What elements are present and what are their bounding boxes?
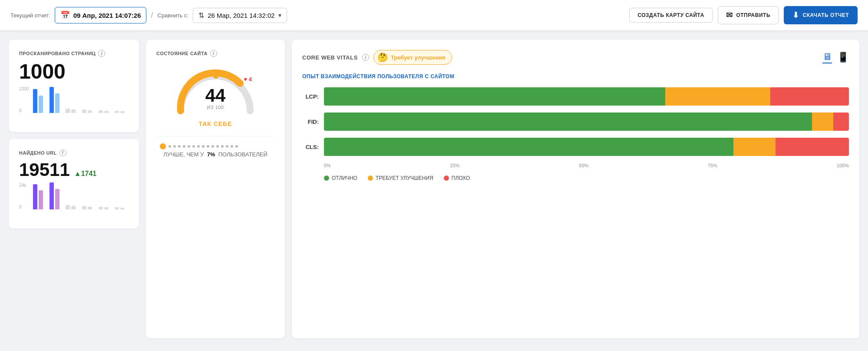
track-dot-14 (231, 145, 233, 148)
gauge-label: ТАК СЕБЕ (198, 120, 232, 127)
pages-y-labels: 1200 0 (19, 87, 29, 113)
site-health-title-row: СОСТОЯНИЕ САЙТА i (156, 50, 274, 57)
track-dot-15 (235, 145, 238, 148)
cls-bar-track (324, 138, 849, 156)
topbar: Текущий отчет: 📅 09 Апр, 2021 14:07:26 /… (0, 0, 868, 31)
bar-blue-2b (55, 93, 59, 113)
fid-bar-red (833, 113, 849, 131)
download-icon: ⬇ (792, 10, 799, 20)
desktop-icon[interactable]: 🖥 (822, 51, 832, 63)
send-label: ОТПРАВИТЬ (736, 12, 770, 18)
email-icon: ✉ (726, 10, 733, 20)
fid-label: FID: (302, 119, 319, 125)
chevron-down-icon: ▾ (278, 12, 281, 19)
urls-chart-bars: 24k 0 (19, 183, 129, 218)
bar-purple-2a (50, 182, 54, 209)
lcp-label: LCP: (302, 93, 319, 100)
bar-blue-1a (33, 89, 37, 113)
bar-gray-5a (99, 110, 103, 113)
download-button[interactable]: ⬇ СКАЧАТЬ ОТЧЕТ (784, 6, 858, 24)
percentile-value: 7% (207, 151, 215, 158)
pages-y-min: 0 (19, 109, 29, 113)
url-number-row: 19511 ▲1741 (19, 160, 129, 180)
site-health-card: СОСТОЯНИЕ САЙТА i 44 (146, 40, 285, 338)
percentile-track-row (156, 143, 274, 149)
legend-excellent-label: ОТЛИЧНО (332, 175, 357, 181)
url-bar-group-2 (50, 182, 63, 209)
fid-bar-track (324, 113, 849, 131)
site-health-info-icon[interactable]: i (210, 50, 217, 57)
gauge-error-value: ♥ 4 (244, 76, 252, 83)
topbar-right: СОЗДАТЬ КАРТУ САЙТА ✉ ОТПРАВИТЬ ⬇ СКАЧАТ… (629, 6, 858, 24)
cwv-badge-text: Требует улучшения (391, 54, 446, 61)
track-dot-8 (202, 145, 205, 148)
percentile-post: ПОЛЬЗОВАТЕЛЕЙ (218, 151, 267, 158)
cls-label: CLS: (302, 144, 319, 150)
url-bar-group-3 (66, 205, 79, 209)
cwv-info-icon[interactable]: i (362, 54, 369, 61)
track-dot-9 (207, 145, 209, 148)
track-dot-13 (226, 145, 228, 148)
urls-found-card: НАЙДЕНО URL i 19511 ▲1741 24k 0 (9, 139, 139, 228)
urls-y-labels: 24k 0 (19, 183, 26, 209)
urls-found-delta: ▲1741 (74, 170, 96, 178)
pages-y-max: 1200 (19, 87, 29, 91)
pages-scanned-chart: 1200 0 (19, 87, 129, 122)
pages-chart-bars (33, 87, 129, 113)
cwv-row-lcp: LCP: (302, 87, 849, 106)
mobile-icon[interactable]: 📱 (837, 52, 849, 63)
topbar-left: Текущий отчет: 📅 09 Апр, 2021 14:07:26 /… (10, 7, 622, 23)
percentile-dot (160, 143, 166, 149)
url-bar-gray-5b (104, 207, 109, 209)
url-bar-group-4 (82, 206, 96, 209)
compare-report-date: 26 Мар, 2021 14:32:02 (208, 12, 274, 19)
bar-blue-1b (39, 96, 43, 113)
cwv-badge: 🤔 Требует улучшения (373, 50, 452, 65)
urls-found-value: 19511 (19, 160, 70, 180)
track-dot-3 (178, 145, 181, 148)
x-label-50: 50% (579, 163, 588, 168)
pages-scanned-bars: 1200 0 (19, 87, 129, 122)
track-dot-10 (211, 145, 214, 148)
x-label-25: 25% (450, 163, 460, 168)
url-bar-gray-5a (99, 207, 103, 209)
pages-scanned-title-row: ПРОСКАНИРОВАНО СТРАНИЦ i (19, 50, 129, 57)
url-bar-gray-3b (71, 206, 76, 209)
pages-scanned-info-icon[interactable]: i (98, 50, 105, 57)
lcp-bar-track (324, 87, 849, 106)
bar-group-5 (99, 110, 112, 113)
track-dot-1 (168, 145, 171, 148)
bar-blue-2a (50, 87, 54, 113)
bar-group-4 (82, 109, 96, 113)
compare-label: Сравнить с: (158, 12, 189, 19)
urls-found-info-icon[interactable]: i (59, 149, 66, 156)
gauge-container: 44 ИЗ 100 ♥ 4 ТАК СЕБЕ (156, 60, 274, 161)
bar-gray-4a (82, 109, 86, 113)
cwv-card: CORE WEB VITALS i 🤔 Требует улучшения 🖥 … (292, 40, 859, 338)
legend-excellent: ОТЛИЧНО (324, 175, 357, 181)
compare-date-block[interactable]: ⇅ 26 Мар, 2021 14:32:02 ▾ (193, 8, 287, 23)
percentile-text: ЛУЧШЕ, ЧЕМ У 7% ПОЛЬЗОВАТЕЛЕЙ (156, 151, 274, 158)
track-dot-11 (216, 145, 219, 148)
bar-gray-6a (115, 111, 119, 113)
url-bar-gray-6a (115, 207, 119, 209)
send-button[interactable]: ✉ ОТПРАВИТЬ (718, 6, 779, 24)
x-label-75: 75% (708, 163, 717, 168)
cls-bar-red (776, 138, 849, 156)
track-dot-2 (173, 145, 176, 148)
calendar-icon: 📅 (60, 10, 70, 20)
middle-column: СОСТОЯНИЕ САЙТА i 44 (146, 40, 285, 338)
create-sitemap-button[interactable]: СОЗДАТЬ КАРТУ САЙТА (629, 8, 713, 23)
fid-bar-green (324, 113, 812, 131)
device-icons: 🖥 📱 (822, 51, 849, 63)
cwv-x-axis: 0% 25% 50% 75% 100% (324, 163, 849, 168)
bar-gray-5b (104, 111, 109, 113)
url-bar-group-1 (33, 184, 47, 209)
current-report-block: 📅 09 Апр, 2021 14:07:26 (55, 7, 147, 23)
legend-dot-yellow (368, 176, 373, 181)
separator: / (151, 11, 153, 20)
svg-point-0 (213, 73, 218, 79)
cwv-legend: ОТЛИЧНО ТРЕБУЕТ УЛУЧШЕНИЯ ПЛОХО (324, 175, 849, 181)
urls-found-title-row: НАЙДЕНО URL i (19, 149, 129, 156)
url-bar-gray-4a (82, 206, 86, 209)
